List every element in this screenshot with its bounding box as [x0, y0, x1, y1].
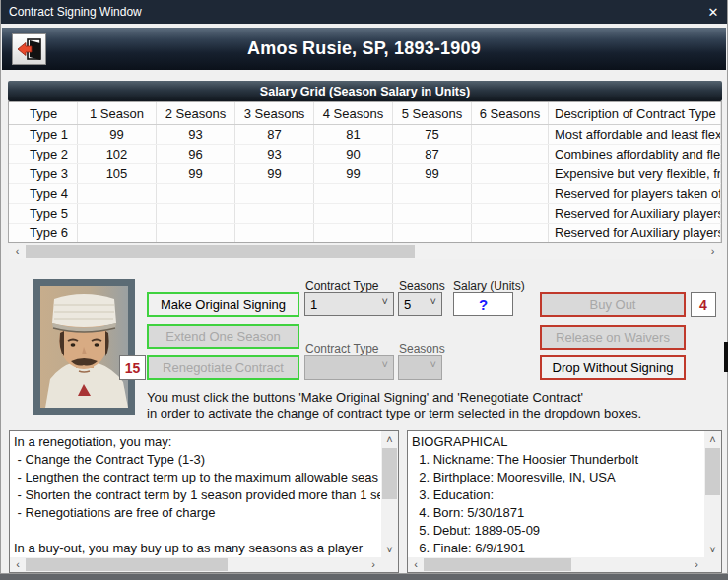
salary-units-label: Salary (Units)	[453, 279, 525, 292]
cell: 90	[314, 145, 393, 163]
exit-button[interactable]	[12, 33, 46, 65]
cell	[472, 204, 549, 223]
text-line: 3. Education:	[412, 486, 703, 504]
instruction-line-1: You must click the buttons 'Make Origina…	[147, 390, 583, 405]
bio-hscrollbar[interactable]: ‹ ›	[408, 557, 704, 572]
info-hscrollbar[interactable]: ‹ ›	[10, 557, 381, 572]
contract-type-label: Contract Type	[305, 279, 378, 292]
cell: 96	[157, 145, 235, 163]
biographical-panel: BIOGRAPHICAL 1. Nickname: The Hoosier Th…	[407, 430, 722, 573]
table-header-row: Type 1 Season 2 Seasons 3 Seasons 4 Seas…	[9, 102, 721, 125]
seasons-label: Seasons	[399, 342, 445, 355]
cell: 99	[78, 125, 157, 144]
player-title: Amos Rusie, SP, 1893-1909	[247, 38, 481, 59]
cell: Type 6	[9, 224, 78, 242]
text-line: 2. Birthplace: Mooresville, IN, USA	[412, 469, 703, 486]
background-window-strip	[0, 574, 728, 580]
scroll-left-icon[interactable]: ‹	[9, 244, 26, 259]
text-line: 4. Born: 5/30/1871	[412, 504, 703, 522]
renegotiation-info-text: In a renegotiation, you may: - Change th…	[14, 433, 380, 556]
cell	[235, 204, 314, 223]
scroll-left-icon[interactable]: ‹	[10, 557, 26, 572]
background-window-sliver	[724, 342, 728, 372]
window-title: Contract Signing Window	[1, 5, 699, 19]
renegotiate-count-badge: 15	[119, 355, 146, 380]
cell	[314, 224, 393, 242]
cell: Reserved for players taken off	[549, 184, 721, 203]
exit-door-icon	[17, 37, 42, 61]
cell	[235, 184, 314, 203]
scroll-right-icon[interactable]: ›	[689, 557, 704, 572]
buy-out-button[interactable]: Buy Out	[540, 292, 686, 317]
hscroll-thumb[interactable]	[26, 245, 415, 258]
cell	[472, 145, 549, 163]
chevron-down-icon: ˅	[430, 295, 436, 307]
buy-out-count-badge: 4	[691, 292, 716, 317]
col-header-6seasons: 6 Seasons	[472, 102, 549, 124]
player-portrait-image	[40, 286, 128, 408]
cell: 99	[235, 164, 314, 183]
col-header-1season: 1 Season	[78, 102, 157, 124]
renegotiate-seasons-select[interactable]: ˅	[398, 355, 442, 380]
scroll-down-icon[interactable]: ˅	[704, 542, 721, 557]
scroll-left-icon[interactable]: ‹	[408, 557, 424, 572]
text-line: In a renegotiation, you may:	[14, 433, 380, 451]
cell: Type 3	[9, 164, 78, 183]
seasons-select[interactable]: 5 ˅	[398, 292, 442, 316]
scroll-right-icon[interactable]: ›	[365, 557, 381, 572]
table-row: Type 3 105 99 99 99 99 Expensive but ver…	[9, 164, 721, 184]
chevron-down-icon: ˅	[382, 358, 388, 370]
drop-without-signing-button[interactable]: Drop Without Signing	[540, 355, 686, 380]
cell	[472, 164, 549, 183]
cell: 87	[393, 145, 472, 163]
renegotiate-contract-type-select[interactable]: ˅	[304, 355, 394, 380]
cell: Combines affordablity and flex	[549, 145, 721, 163]
scroll-up-icon[interactable]: ˄	[381, 431, 398, 447]
cell: 81	[314, 125, 393, 144]
button-label: Release on Waivers	[556, 330, 670, 345]
cell: Type 2	[9, 145, 78, 163]
close-icon[interactable]: ✕	[699, 0, 727, 24]
text-line: 5. Debut: 1889-05-09	[412, 522, 703, 540]
contract-type-label: Contract Type	[305, 342, 378, 355]
cell	[314, 184, 393, 203]
selected-value: 1	[310, 297, 317, 312]
cell	[314, 204, 393, 223]
hscroll-thumb[interactable]	[26, 558, 228, 571]
table-hscrollbar[interactable]: ‹ ›	[9, 244, 721, 259]
scroll-down-icon[interactable]: ˅	[381, 542, 398, 557]
make-original-signing-button[interactable]: Make Original Signing	[147, 292, 299, 317]
cell: Type 5	[9, 204, 78, 223]
cell	[78, 224, 157, 242]
cell	[78, 184, 157, 203]
selected-value: 5	[404, 297, 411, 312]
extend-one-season-button[interactable]: Extend One Season	[147, 324, 299, 349]
cell: 99	[393, 164, 472, 183]
vscroll-thumb[interactable]	[705, 448, 720, 495]
text-line: 1. Nickname: The Hoosier Thunderbolt	[412, 451, 703, 469]
text-line: - Lengthen the contract term up to the m…	[14, 469, 380, 486]
cell: Expensive but very flexible, fre	[549, 164, 721, 183]
badge-value: 4	[699, 297, 707, 313]
button-label: Buy Out	[590, 297, 636, 312]
cell: 93	[235, 145, 314, 163]
player-photo	[33, 279, 135, 415]
release-on-waivers-button[interactable]: Release on Waivers	[540, 325, 686, 350]
contract-type-select[interactable]: 1 ˅	[304, 292, 394, 316]
vscroll-thumb[interactable]	[382, 448, 397, 499]
cell: Reserved for Auxiliary players	[549, 204, 721, 223]
cell	[393, 224, 472, 242]
renegotiate-contract-button[interactable]: Renegotiate Contract	[147, 355, 299, 380]
instruction-line-2: in order to activate the change of contr…	[147, 406, 641, 420]
dialog-body: Contract Signing Window ✕ Amos Rusie, SP…	[0, 0, 728, 574]
scroll-up-icon[interactable]: ˄	[704, 431, 721, 447]
scroll-right-icon[interactable]: ›	[704, 244, 721, 259]
text-line	[14, 522, 380, 540]
cell	[235, 224, 314, 242]
cell: 99	[157, 164, 235, 183]
cell: 87	[235, 125, 314, 144]
chevron-down-icon: ˅	[382, 295, 388, 307]
hscroll-thumb[interactable]	[424, 558, 571, 571]
bio-vscrollbar[interactable]: ˄ ˅	[704, 431, 721, 557]
info-vscrollbar[interactable]: ˄ ˅	[381, 431, 398, 557]
